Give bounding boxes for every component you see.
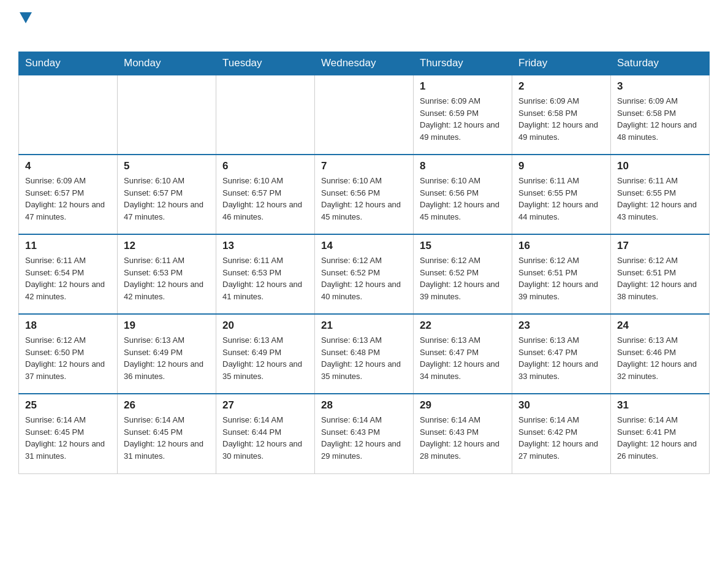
page-header: [18, 12, 710, 39]
day-number: 22: [420, 320, 506, 332]
calendar-cell: 28Sunrise: 6:14 AM Sunset: 6:43 PM Dayli…: [315, 394, 414, 473]
day-info: Sunrise: 6:13 AM Sunset: 6:47 PM Dayligh…: [518, 334, 604, 382]
day-number: 26: [124, 399, 210, 412]
day-info: Sunrise: 6:13 AM Sunset: 6:49 PM Dayligh…: [222, 334, 308, 382]
calendar-cell: 4Sunrise: 6:09 AM Sunset: 6:57 PM Daylig…: [19, 155, 118, 234]
calendar-cell: 27Sunrise: 6:14 AM Sunset: 6:44 PM Dayli…: [216, 394, 315, 473]
day-info: Sunrise: 6:10 AM Sunset: 6:57 PM Dayligh…: [222, 175, 308, 223]
day-info: Sunrise: 6:10 AM Sunset: 6:56 PM Dayligh…: [420, 175, 506, 223]
week-row-3: 11Sunrise: 6:11 AM Sunset: 6:54 PM Dayli…: [19, 234, 710, 314]
day-number: 25: [25, 399, 111, 412]
day-number: 1: [420, 80, 506, 93]
day-info: Sunrise: 6:12 AM Sunset: 6:52 PM Dayligh…: [321, 255, 407, 302]
calendar-cell: 3Sunrise: 6:09 AM Sunset: 6:58 PM Daylig…: [611, 75, 710, 155]
header-friday: Friday: [512, 52, 611, 75]
calendar-cell: 8Sunrise: 6:10 AM Sunset: 6:56 PM Daylig…: [414, 155, 512, 234]
calendar-cell: 29Sunrise: 6:14 AM Sunset: 6:43 PM Dayli…: [414, 394, 512, 473]
day-number: 7: [321, 160, 407, 172]
day-info: Sunrise: 6:09 AM Sunset: 6:57 PM Dayligh…: [25, 175, 111, 223]
calendar-cell: 14Sunrise: 6:12 AM Sunset: 6:52 PM Dayli…: [315, 234, 414, 314]
calendar-cell: 6Sunrise: 6:10 AM Sunset: 6:57 PM Daylig…: [216, 155, 315, 234]
day-info: Sunrise: 6:14 AM Sunset: 6:43 PM Dayligh…: [420, 414, 506, 462]
header-tuesday: Tuesday: [216, 52, 315, 75]
calendar-cell: 25Sunrise: 6:14 AM Sunset: 6:45 PM Dayli…: [19, 394, 118, 473]
calendar-cell: [19, 75, 118, 155]
header-sunday: Sunday: [19, 52, 118, 75]
day-info: Sunrise: 6:12 AM Sunset: 6:52 PM Dayligh…: [420, 255, 506, 302]
calendar-cell: 5Sunrise: 6:10 AM Sunset: 6:57 PM Daylig…: [118, 155, 216, 234]
week-row-2: 4Sunrise: 6:09 AM Sunset: 6:57 PM Daylig…: [19, 155, 710, 234]
day-number: 8: [420, 160, 506, 172]
calendar-cell: [315, 75, 414, 155]
day-number: 15: [420, 240, 506, 252]
calendar-cell: 18Sunrise: 6:12 AM Sunset: 6:50 PM Dayli…: [19, 314, 118, 394]
day-info: Sunrise: 6:14 AM Sunset: 6:45 PM Dayligh…: [124, 414, 210, 462]
day-info: Sunrise: 6:11 AM Sunset: 6:55 PM Dayligh…: [518, 175, 604, 223]
calendar-cell: 30Sunrise: 6:14 AM Sunset: 6:42 PM Dayli…: [512, 394, 611, 473]
day-number: 6: [222, 160, 308, 172]
calendar-cell: 13Sunrise: 6:11 AM Sunset: 6:53 PM Dayli…: [216, 234, 315, 314]
header-thursday: Thursday: [414, 52, 512, 75]
calendar-cell: 16Sunrise: 6:12 AM Sunset: 6:51 PM Dayli…: [512, 234, 611, 314]
calendar-cell: [216, 75, 315, 155]
day-info: Sunrise: 6:09 AM Sunset: 6:59 PM Dayligh…: [420, 95, 506, 143]
day-number: 19: [124, 320, 210, 332]
calendar-cell: 22Sunrise: 6:13 AM Sunset: 6:47 PM Dayli…: [414, 314, 512, 394]
day-info: Sunrise: 6:12 AM Sunset: 6:51 PM Dayligh…: [617, 255, 703, 302]
day-info: Sunrise: 6:14 AM Sunset: 6:44 PM Dayligh…: [222, 414, 308, 462]
calendar-header-row: Sunday Monday Tuesday Wednesday Thursday…: [19, 52, 710, 75]
header-monday: Monday: [118, 52, 216, 75]
calendar-cell: 12Sunrise: 6:11 AM Sunset: 6:53 PM Dayli…: [118, 234, 216, 314]
day-number: 27: [222, 399, 308, 412]
day-info: Sunrise: 6:14 AM Sunset: 6:45 PM Dayligh…: [25, 414, 111, 462]
calendar-cell: 23Sunrise: 6:13 AM Sunset: 6:47 PM Dayli…: [512, 314, 611, 394]
day-number: 13: [222, 240, 308, 252]
day-number: 4: [25, 160, 111, 172]
calendar-cell: 24Sunrise: 6:13 AM Sunset: 6:46 PM Dayli…: [611, 314, 710, 394]
day-info: Sunrise: 6:10 AM Sunset: 6:57 PM Dayligh…: [124, 175, 210, 223]
calendar-cell: 9Sunrise: 6:11 AM Sunset: 6:55 PM Daylig…: [512, 155, 611, 234]
day-number: 21: [321, 320, 407, 332]
day-number: 20: [222, 320, 308, 332]
week-row-1: 1Sunrise: 6:09 AM Sunset: 6:59 PM Daylig…: [19, 75, 710, 155]
day-info: Sunrise: 6:11 AM Sunset: 6:54 PM Dayligh…: [25, 255, 111, 302]
day-info: Sunrise: 6:10 AM Sunset: 6:56 PM Dayligh…: [321, 175, 407, 223]
day-number: 2: [518, 80, 604, 93]
day-number: 16: [518, 240, 604, 252]
day-number: 3: [617, 80, 703, 93]
calendar-cell: 7Sunrise: 6:10 AM Sunset: 6:56 PM Daylig…: [315, 155, 414, 234]
calendar-cell: 26Sunrise: 6:14 AM Sunset: 6:45 PM Dayli…: [118, 394, 216, 473]
day-number: 29: [420, 399, 506, 412]
day-number: 9: [518, 160, 604, 172]
calendar-cell: 1Sunrise: 6:09 AM Sunset: 6:59 PM Daylig…: [414, 75, 512, 155]
calendar-cell: 15Sunrise: 6:12 AM Sunset: 6:52 PM Dayli…: [414, 234, 512, 314]
day-info: Sunrise: 6:09 AM Sunset: 6:58 PM Dayligh…: [518, 95, 604, 143]
day-info: Sunrise: 6:12 AM Sunset: 6:51 PM Dayligh…: [518, 255, 604, 302]
logo: [18, 12, 33, 39]
day-info: Sunrise: 6:14 AM Sunset: 6:43 PM Dayligh…: [321, 414, 407, 462]
day-number: 5: [124, 160, 210, 172]
day-number: 31: [617, 399, 703, 412]
logo-triangle-icon: [20, 12, 32, 23]
day-info: Sunrise: 6:12 AM Sunset: 6:50 PM Dayligh…: [25, 334, 111, 382]
day-number: 24: [617, 320, 703, 332]
week-row-4: 18Sunrise: 6:12 AM Sunset: 6:50 PM Dayli…: [19, 314, 710, 394]
day-number: 14: [321, 240, 407, 252]
day-info: Sunrise: 6:14 AM Sunset: 6:41 PM Dayligh…: [617, 414, 703, 462]
calendar-cell: 21Sunrise: 6:13 AM Sunset: 6:48 PM Dayli…: [315, 314, 414, 394]
calendar-cell: [118, 75, 216, 155]
calendar-cell: 20Sunrise: 6:13 AM Sunset: 6:49 PM Dayli…: [216, 314, 315, 394]
day-number: 11: [25, 240, 111, 252]
calendar-cell: 10Sunrise: 6:11 AM Sunset: 6:55 PM Dayli…: [611, 155, 710, 234]
day-info: Sunrise: 6:13 AM Sunset: 6:46 PM Dayligh…: [617, 334, 703, 382]
day-info: Sunrise: 6:13 AM Sunset: 6:49 PM Dayligh…: [124, 334, 210, 382]
day-info: Sunrise: 6:11 AM Sunset: 6:55 PM Dayligh…: [617, 175, 703, 223]
day-info: Sunrise: 6:09 AM Sunset: 6:58 PM Dayligh…: [617, 95, 703, 143]
week-row-5: 25Sunrise: 6:14 AM Sunset: 6:45 PM Dayli…: [19, 394, 710, 473]
day-info: Sunrise: 6:11 AM Sunset: 6:53 PM Dayligh…: [124, 255, 210, 302]
day-number: 23: [518, 320, 604, 332]
day-info: Sunrise: 6:13 AM Sunset: 6:48 PM Dayligh…: [321, 334, 407, 382]
calendar-cell: 2Sunrise: 6:09 AM Sunset: 6:58 PM Daylig…: [512, 75, 611, 155]
calendar-cell: 11Sunrise: 6:11 AM Sunset: 6:54 PM Dayli…: [19, 234, 118, 314]
calendar-table: Sunday Monday Tuesday Wednesday Thursday…: [18, 52, 710, 474]
